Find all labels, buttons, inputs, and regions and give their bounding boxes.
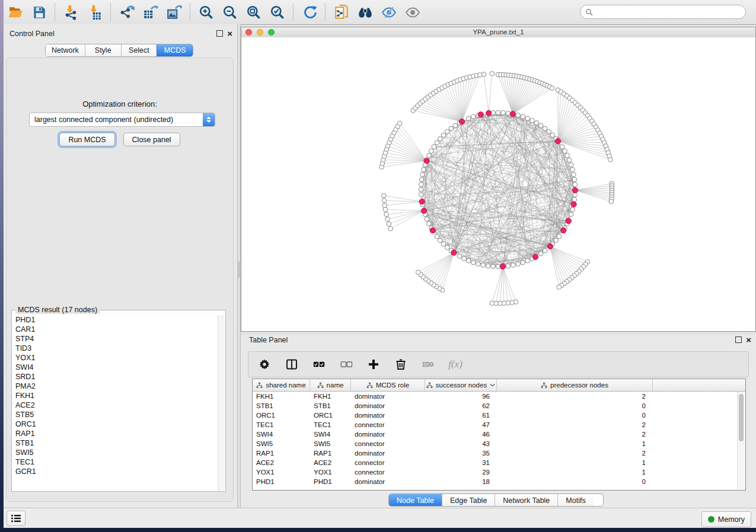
close-panel-button[interactable]: Close panel	[123, 133, 180, 146]
table-scrollbar-thumb[interactable]	[739, 394, 744, 441]
table-row[interactable]: YOX1YOX1connector291	[253, 467, 745, 477]
table-row[interactable]: ACE2ACE2connector311	[253, 458, 745, 467]
close-table-panel-icon[interactable]: ×	[746, 337, 751, 343]
select-all-checkboxes-icon[interactable]	[311, 357, 327, 372]
table-scrollbar[interactable]	[737, 392, 745, 489]
show-all-eye-icon[interactable]	[401, 2, 425, 23]
mcds-result-item[interactable]: PHD1	[12, 315, 218, 325]
tab-motifs[interactable]: Motifs	[557, 494, 593, 507]
mcds-node[interactable]	[421, 208, 426, 213]
mcds-node[interactable]	[510, 111, 515, 117]
mcds-result-item[interactable]: ORC1	[12, 419, 218, 429]
mcds-node[interactable]	[419, 199, 425, 204]
mcds-result-item[interactable]: SRD1	[12, 372, 218, 382]
optimization-criterion-select[interactable]: largest connected component (undirected)	[29, 113, 215, 127]
table-row[interactable]: ORC1ORC1dominator610	[253, 411, 745, 420]
mcds-result-item[interactable]: GCR1	[12, 467, 218, 476]
mcds-result-item[interactable]: STB1	[12, 438, 218, 448]
create-column-icon[interactable]	[366, 357, 381, 372]
table-row[interactable]: TEC1TEC1connector472	[253, 420, 745, 430]
tab-network-table[interactable]: Network Table	[495, 494, 557, 507]
mcds-node[interactable]	[500, 264, 505, 269]
mcds-result-item[interactable]: RAP1	[12, 429, 218, 438]
column-header-name[interactable]: name	[310, 379, 351, 391]
table-cell: 0	[497, 411, 653, 420]
tab-node-table[interactable]: Node Table	[389, 494, 442, 507]
column-header-predecessor-nodes[interactable]: predecessor nodes	[497, 379, 653, 391]
zoom-in-icon[interactable]	[194, 2, 218, 23]
task-history-button[interactable]	[7, 511, 25, 526]
tab-mcds[interactable]: MCDS	[157, 44, 193, 56]
mcds-result-item[interactable]: STP4	[12, 334, 218, 344]
mcds-node[interactable]	[459, 119, 464, 124]
save-session-icon[interactable]	[27, 2, 51, 23]
deselect-all-checkboxes-icon[interactable]	[339, 357, 354, 372]
mcds-result-item[interactable]: CAR1	[12, 325, 218, 334]
import-network-icon[interactable]	[59, 2, 83, 23]
hide-selected-eye-slash-icon[interactable]	[377, 2, 401, 23]
table-row[interactable]: PHD1PHD1dominator180	[253, 477, 745, 486]
table-row[interactable]: FKH1FKH1dominator962	[253, 392, 745, 401]
mcds-node[interactable]	[571, 201, 576, 207]
mcds-node[interactable]	[478, 112, 483, 117]
column-header-MCDS-role[interactable]: MCDS role	[351, 379, 425, 391]
mcds-result-item[interactable]: TID3	[12, 344, 218, 353]
import-table-icon[interactable]	[83, 2, 107, 23]
new-network-from-selection-icon[interactable]	[330, 2, 353, 23]
mcds-node[interactable]	[547, 243, 553, 249]
float-table-panel-icon[interactable]	[735, 336, 742, 343]
tab-select[interactable]: Select	[121, 44, 157, 56]
open-file-icon[interactable]	[4, 2, 27, 23]
tab-style[interactable]: Style	[85, 44, 121, 56]
table-settings-icon[interactable]	[257, 357, 272, 372]
zoom-out-icon[interactable]	[218, 2, 242, 23]
mcds-result-item[interactable]: SWI5	[12, 448, 218, 457]
table-row[interactable]: RAP1RAP1dominator352	[253, 448, 745, 458]
apply-layout-icon[interactable]	[298, 2, 321, 23]
network-search-field[interactable]	[580, 5, 746, 19]
memory-button[interactable]: Memory	[701, 511, 751, 527]
mcds-node[interactable]	[566, 218, 571, 223]
zoom-fit-icon[interactable]	[242, 2, 266, 23]
mcds-node[interactable]	[555, 139, 560, 144]
mcds-node[interactable]	[430, 227, 435, 233]
delete-columns-icon[interactable]	[393, 357, 409, 372]
table-row[interactable]: STB1STB1dominator620	[253, 401, 745, 411]
column-header-shared-name[interactable]: shared name	[253, 379, 310, 391]
mcds-list-scrollbar[interactable]	[218, 315, 225, 491]
mcds-result-item[interactable]: YOX1	[12, 353, 218, 363]
table-row[interactable]: SWI5SWI5connector431	[253, 439, 745, 448]
tab-edge-table[interactable]: Edge Table	[442, 494, 495, 507]
column-header-successor-nodes[interactable]: successor nodes	[425, 379, 497, 391]
search-input[interactable]	[595, 7, 745, 17]
export-image-icon[interactable]	[162, 2, 186, 23]
network-window-titlebar[interactable]: YPA_prune.txt_1	[241, 27, 755, 38]
table-row[interactable]: SWI4SWI4dominator462	[253, 430, 745, 439]
mcds-result-item[interactable]: FKH1	[12, 391, 218, 400]
zoom-selected-icon[interactable]	[266, 2, 289, 23]
mcds-node[interactable]	[561, 227, 566, 233]
show-columns-icon[interactable]	[284, 357, 299, 372]
float-panel-icon[interactable]	[216, 30, 223, 37]
mcds-result-item[interactable]: TEC1	[12, 457, 218, 467]
mcds-node[interactable]	[424, 158, 429, 164]
mcds-node[interactable]	[532, 254, 538, 259]
mcds-node[interactable]	[451, 250, 457, 255]
mcds-result-item[interactable]: SWI4	[12, 363, 218, 372]
table-cell: 61	[425, 411, 497, 420]
export-network-icon[interactable]	[115, 2, 139, 23]
mcds-result-list[interactable]: PHD1CAR1STP4TID3YOX1SWI4SRD1PMA2FKH1ACE2…	[12, 315, 218, 491]
delete-table-icon[interactable]	[420, 357, 436, 372]
mcds-result-item[interactable]: STB5	[12, 410, 218, 419]
mcds-result-item[interactable]: PMA2	[12, 382, 218, 391]
network-canvas[interactable]	[241, 37, 755, 331]
run-mcds-button[interactable]: Run MCDS	[59, 133, 114, 146]
mcds-node[interactable]	[486, 110, 492, 116]
tab-network[interactable]: Network	[46, 44, 85, 56]
find-icon[interactable]	[353, 2, 377, 23]
mcds-result-item[interactable]: ACE2	[12, 400, 218, 410]
close-panel-icon[interactable]: ×	[227, 31, 232, 37]
mcds-node[interactable]	[572, 188, 578, 193]
function-builder-icon[interactable]: f(x)	[448, 357, 463, 372]
export-table-icon[interactable]	[139, 2, 162, 23]
